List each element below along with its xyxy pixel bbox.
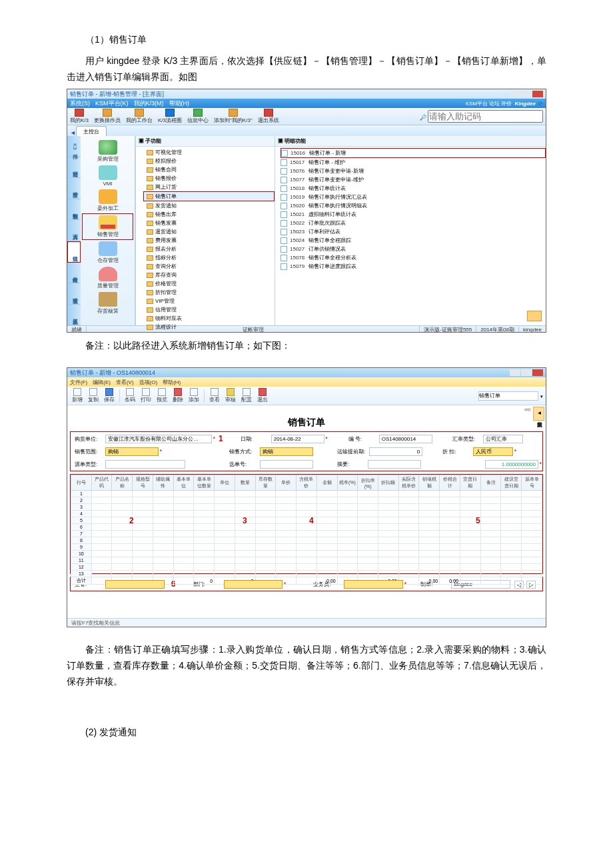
grid-cell[interactable] (235, 537, 255, 544)
grid-cell[interactable] (173, 524, 194, 531)
grid-cell[interactable] (194, 564, 215, 571)
grid-cell[interactable] (194, 511, 215, 517)
grid-cell[interactable]: 9 (71, 544, 92, 551)
tree-item[interactable]: 模拟报价 (147, 157, 275, 165)
grid-cell[interactable] (235, 571, 255, 577)
grid-cell[interactable] (480, 564, 501, 571)
grid-cell[interactable] (440, 497, 460, 504)
grid-cell[interactable] (235, 557, 255, 564)
grid-cell[interactable] (398, 491, 419, 497)
grid-header-cell[interactable]: 金额 (316, 475, 337, 491)
grid-cell[interactable] (501, 544, 522, 551)
grid-cell[interactable] (378, 557, 399, 564)
grid-cell[interactable] (276, 564, 297, 571)
grid-header-cell[interactable]: 库存数量 (255, 475, 276, 491)
grid-cell[interactable] (460, 504, 480, 511)
grid-cell[interactable] (501, 511, 522, 517)
grid-cell[interactable] (112, 531, 133, 537)
grid-cell[interactable] (440, 491, 460, 497)
grid-header-cell[interactable]: 单价 (276, 475, 297, 491)
grid-cell[interactable] (297, 564, 317, 571)
field-sales[interactable] (344, 580, 403, 589)
prev-icon[interactable]: ⋘ (67, 405, 546, 413)
grid-cell[interactable] (91, 571, 112, 577)
grid-cell[interactable] (235, 544, 255, 551)
grid-cell[interactable] (194, 544, 215, 551)
field-date[interactable]: 2014-08-22 (271, 435, 324, 443)
grid-header-cell[interactable]: 规格型号 (133, 475, 153, 491)
grid-cell[interactable] (358, 564, 378, 571)
grid-cell[interactable] (398, 517, 419, 524)
tool-barcode[interactable]: 条码 (123, 388, 137, 403)
grid-cell[interactable] (522, 571, 542, 577)
grid-header-cell[interactable]: 基本单位 (173, 475, 194, 491)
grid-cell[interactable] (194, 557, 215, 564)
grid-cell[interactable]: 1 (71, 491, 92, 497)
grid-cell[interactable] (358, 517, 378, 524)
grid-cell[interactable] (235, 564, 255, 571)
minimize-button[interactable] (510, 369, 520, 376)
grid-cell[interactable] (316, 497, 337, 504)
tool-add[interactable]: 添加 (187, 388, 201, 403)
grid-cell[interactable] (358, 551, 378, 557)
grid-cell[interactable] (112, 551, 133, 557)
list-item[interactable]: 15078销售订单全程分析表 (281, 253, 546, 262)
grid-cell[interactable] (215, 564, 235, 571)
grid-cell[interactable] (398, 551, 419, 557)
grid-cell[interactable] (276, 544, 297, 551)
grid-header-cell[interactable]: 产品代码 (91, 475, 112, 491)
grid-cell[interactable] (398, 531, 419, 537)
table-row[interactable]: 11 (71, 557, 542, 564)
grid-cell[interactable] (276, 497, 297, 504)
grid-cell[interactable] (337, 504, 358, 511)
tree-item[interactable]: 销售发票 (147, 219, 275, 227)
grid-cell[interactable] (255, 504, 276, 511)
tree-item[interactable]: 指标分析 (147, 253, 275, 262)
grid-header-cell[interactable]: 交货日期 (460, 475, 480, 491)
grid-cell[interactable] (480, 537, 501, 544)
grid-cell[interactable] (297, 537, 317, 544)
tool-exit[interactable]: 退出系统 (258, 109, 279, 124)
grid-cell[interactable] (398, 564, 419, 571)
list-item[interactable]: 15020销售订单执行情况明细表 (281, 201, 546, 210)
nav-sales[interactable]: 销售管理 (82, 213, 133, 240)
grid-cell[interactable] (398, 571, 419, 577)
grid-cell[interactable] (501, 517, 522, 524)
grid-cell[interactable] (398, 511, 419, 517)
table-row[interactable]: 13 (71, 571, 542, 577)
field-mode[interactable]: 购销 (260, 447, 313, 456)
grid-cell[interactable] (112, 557, 133, 564)
grid-cell[interactable] (194, 504, 215, 511)
grid-cell[interactable] (378, 517, 399, 524)
grid-cell[interactable] (173, 564, 194, 571)
grid-cell[interactable] (194, 531, 215, 537)
tree-item[interactable]: 销售报价 (147, 174, 275, 183)
maximize-button[interactable] (521, 91, 532, 97)
tree-item[interactable]: 退货通知 (147, 227, 275, 236)
tool-print[interactable]: 打印 (139, 388, 153, 403)
grid-cell[interactable]: 5 (71, 517, 92, 524)
grid-cell[interactable] (194, 537, 215, 544)
grid-cell[interactable] (378, 504, 399, 511)
table-row[interactable]: 9 (71, 544, 542, 551)
grid-cell[interactable] (112, 564, 133, 571)
table-row[interactable]: 8 (71, 537, 542, 544)
grid-cell[interactable] (316, 517, 337, 524)
tool-msg-center[interactable]: 信息中心 (187, 109, 209, 124)
grid-cell[interactable] (276, 557, 297, 564)
tree-item[interactable]: 报表分析 (147, 245, 275, 253)
grid-cell[interactable] (337, 571, 358, 577)
grid-cell[interactable] (337, 491, 358, 497)
grid-header-cell[interactable]: 源单单号 (522, 475, 542, 491)
grid-cell[interactable] (297, 557, 317, 564)
maximize-button[interactable] (521, 369, 532, 376)
tree-item[interactable]: 物料对应表 (147, 314, 275, 323)
grid-cell[interactable] (153, 564, 173, 571)
grid-header-cell[interactable]: 基本单位数量 (194, 475, 215, 491)
grid-cell[interactable] (91, 564, 112, 571)
grid-cell[interactable] (460, 537, 480, 544)
grid-cell[interactable] (133, 504, 153, 511)
grid-cell[interactable] (358, 511, 378, 517)
tabs-chevron-icon[interactable]: ◄ (70, 129, 76, 136)
grid-cell[interactable] (133, 537, 153, 544)
